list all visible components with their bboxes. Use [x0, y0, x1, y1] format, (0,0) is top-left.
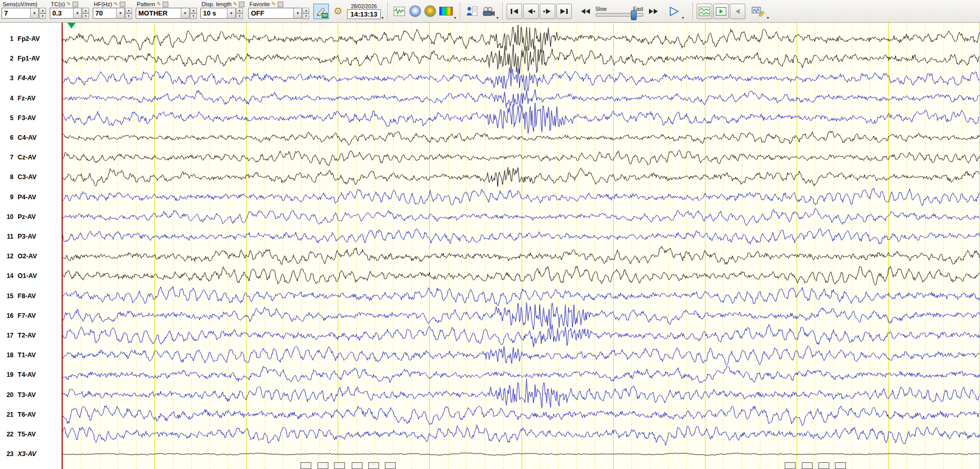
edit-pencil-icon[interactable]: ✎ [113, 2, 118, 7]
dropdown-arrow-icon[interactable]: ▾ [454, 16, 456, 20]
hf-spinner[interactable]: ▲▼ [125, 8, 132, 19]
edit-pencil-icon[interactable]: ✎ [156, 2, 161, 7]
channel-label-row[interactable]: 7Cz-AV [0, 152, 62, 163]
patient-info-button[interactable] [464, 4, 480, 19]
event-marker-box[interactable] [385, 462, 396, 469]
event-marker-box[interactable] [835, 462, 846, 469]
disp-length-combo[interactable]: 10 s ▾ [200, 8, 236, 19]
start-playback-button[interactable] [713, 4, 729, 19]
dropdown-arrow-icon[interactable]: ▾ [497, 16, 499, 20]
spinner-up-icon[interactable]: ▲ [190, 8, 197, 13]
step-back-button[interactable] [523, 4, 539, 19]
review-settings-button[interactable] [750, 4, 767, 19]
channel-label-row[interactable]: 5F3-AV [0, 113, 62, 123]
channel-label-row[interactable]: 20T3-AV [0, 390, 62, 400]
spinner-down-icon[interactable]: ▼ [236, 13, 243, 19]
speed-slider[interactable] [596, 13, 643, 17]
channel-label-row[interactable]: 14O1-AV [0, 271, 62, 281]
spinner-down-icon[interactable]: ▼ [302, 13, 309, 19]
list-mini-icon[interactable] [120, 2, 125, 7]
channel-label-row[interactable]: 18T1-AV [0, 350, 62, 360]
eeg-traces-canvas[interactable] [63, 23, 980, 469]
event-marker-box[interactable] [785, 462, 796, 469]
channel-label-row[interactable]: 3F4-AV [0, 73, 62, 83]
trend-waveform-button[interactable] [697, 4, 712, 19]
spinner-down-icon[interactable]: ▼ [125, 13, 132, 19]
spinner-down-icon[interactable]: ▼ [190, 13, 197, 19]
list-mini-icon[interactable] [239, 2, 244, 7]
chevron-down-icon[interactable]: ▾ [116, 8, 124, 18]
event-marker-box[interactable] [352, 462, 363, 469]
notch-50hz-filter-button[interactable]: 50 [313, 4, 329, 19]
channel-label-row[interactable]: 10Pz-AV [0, 212, 62, 222]
previous-page-button[interactable] [730, 4, 745, 19]
list-mini-icon[interactable] [73, 2, 78, 7]
favorite-combo[interactable]: OFF ▾ [248, 8, 302, 19]
event-marker-box[interactable] [318, 462, 328, 469]
skip-to-end-button[interactable] [556, 4, 572, 19]
sens-combo[interactable]: 7 ▾ [2, 8, 39, 19]
disp-length-spinner[interactable]: ▲▼ [236, 8, 243, 19]
dropdown-arrow-icon[interactable]: ▾ [382, 16, 384, 20]
channel-label-row[interactable]: 1Fp2-AV [0, 34, 62, 44]
edit-pencil-icon[interactable]: ✎ [271, 2, 276, 7]
list-mini-icon[interactable] [163, 2, 168, 7]
chevron-down-icon[interactable]: ▾ [293, 8, 301, 18]
channel-label-row[interactable]: 9P4-AV [0, 192, 62, 202]
pattern-spinner[interactable]: ▲▼ [190, 8, 197, 19]
sens-spinner[interactable]: ▲▼ [39, 8, 46, 19]
channel-label-row[interactable]: 17T2-AV [0, 330, 62, 341]
channel-label-row[interactable]: 2Fp1-AV [0, 53, 62, 64]
video-camera-button[interactable] [481, 4, 496, 19]
event-marker-box[interactable] [818, 462, 829, 469]
event-marker-box[interactable] [368, 462, 379, 469]
step-forward-button[interactable] [540, 4, 555, 19]
event-marker-box[interactable] [334, 462, 345, 469]
colormap-strip-icon[interactable] [439, 7, 453, 16]
spinner-up-icon[interactable]: ▲ [236, 8, 243, 13]
edit-pencil-icon[interactable]: ✎ [233, 2, 237, 7]
channel-label-row[interactable]: 16F7-AV [0, 311, 62, 321]
chevron-down-icon[interactable]: ▾ [227, 8, 235, 18]
channel-label-row[interactable]: 15F8-AV [0, 291, 62, 301]
speed-slider-thumb[interactable] [631, 10, 637, 20]
event-marker-box[interactable] [300, 462, 311, 469]
topography-map-blue-icon[interactable] [409, 5, 421, 17]
eeg-plot-area[interactable] [63, 23, 980, 469]
event-marker-box[interactable] [802, 462, 813, 469]
playback-position-marker[interactable] [67, 23, 76, 28]
tc-combo[interactable]: 0.3 ▾ [50, 8, 82, 19]
spinner-down-icon[interactable]: ▼ [39, 13, 46, 19]
spinner-up-icon[interactable]: ▲ [125, 8, 132, 13]
spinner-up-icon[interactable]: ▲ [302, 8, 309, 13]
channel-label-row[interactable]: 23X3-AV [0, 449, 62, 459]
spinner-up-icon[interactable]: ▲ [39, 8, 46, 13]
spinner-up-icon[interactable]: ▲ [82, 8, 89, 13]
dropdown-arrow-icon[interactable]: ▾ [682, 16, 684, 20]
pattern-combo[interactable]: MOTHER ▾ [136, 8, 190, 19]
settings-gear-button[interactable]: ⚙ [330, 4, 345, 19]
channel-label-row[interactable]: 22T5-AV [0, 429, 62, 439]
tc-spinner[interactable]: ▲▼ [82, 8, 89, 19]
list-mini-icon[interactable] [278, 2, 283, 7]
chevron-down-icon[interactable]: ▾ [181, 8, 189, 18]
channel-label-row[interactable]: 21T6-AV [0, 409, 62, 420]
chevron-down-icon[interactable]: ▾ [73, 8, 81, 18]
play-button[interactable] [666, 4, 682, 19]
chevron-down-icon[interactable]: ▾ [30, 8, 38, 18]
channel-label-row[interactable]: 11P3-AV [0, 231, 62, 242]
spinner-down-icon[interactable]: ▼ [82, 13, 89, 19]
channel-label-row[interactable]: 6C4-AV [0, 133, 62, 143]
edit-pencil-icon[interactable]: ✎ [67, 2, 71, 7]
favorite-spinner[interactable]: ▲▼ [302, 8, 309, 19]
waveform-view-button[interactable] [392, 4, 407, 19]
channel-label-row[interactable]: 19T4-AV [0, 370, 62, 380]
channel-label-row[interactable]: 12O2-AV [0, 251, 62, 261]
hf-combo[interactable]: 70 ▾ [93, 8, 125, 19]
skip-to-start-button[interactable] [507, 4, 522, 19]
channel-label-row[interactable]: 4Fz-AV [0, 93, 62, 104]
topography-map-rainbow-icon[interactable] [424, 5, 436, 17]
fast-rewind-button[interactable] [578, 4, 593, 19]
fast-forward-button[interactable] [646, 4, 661, 19]
channel-label-row[interactable]: 8C3-AV [0, 172, 62, 182]
